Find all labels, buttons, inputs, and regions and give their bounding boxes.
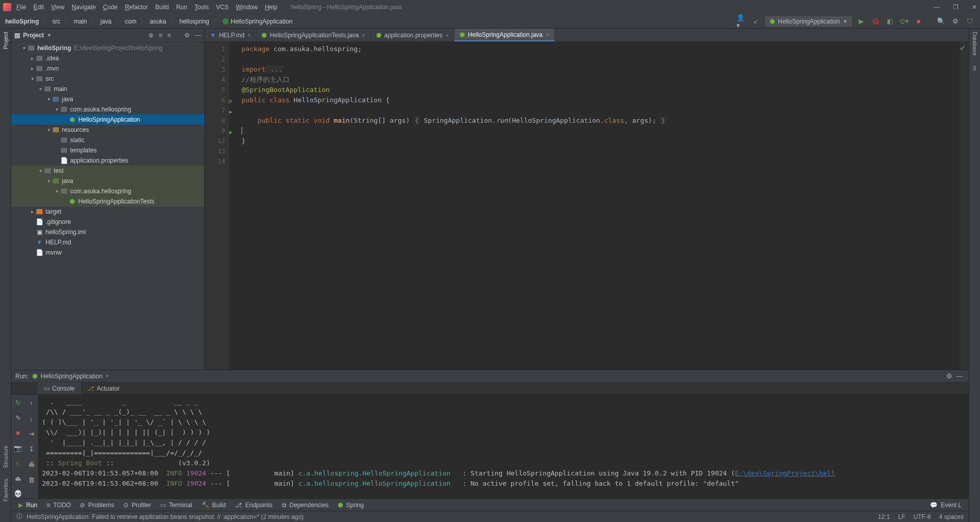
- tree-appprop[interactable]: 📄application.properties: [11, 155, 204, 166]
- tab-tests-java[interactable]: ⬢HelloSpringApplicationTests.java×: [256, 29, 371, 41]
- gear-icon[interactable]: ⚙: [944, 371, 954, 381]
- hide-icon[interactable]: —: [954, 371, 965, 381]
- bottom-tab-problems[interactable]: ⊘Problems: [80, 502, 114, 509]
- crumb-hellospring[interactable]: hellospring: [180, 18, 209, 25]
- scroll-end-icon[interactable]: ↧: [26, 444, 36, 454]
- bottom-tab-build[interactable]: 🔨Build: [202, 502, 226, 509]
- run-configuration-select[interactable]: ⬢ HelloSpringApplication ▼: [765, 16, 852, 27]
- hide-icon[interactable]: —: [195, 32, 201, 39]
- bottom-tab-todo[interactable]: ≡TODO: [47, 502, 71, 509]
- search-icon[interactable]: 🔍: [936, 16, 946, 27]
- collapse-all-icon[interactable]: ≡: [167, 32, 171, 39]
- menu-window[interactable]: Window: [236, 4, 258, 11]
- menu-navigate[interactable]: Navigate: [72, 4, 96, 11]
- layout-icon[interactable]: ⎌: [13, 458, 23, 468]
- close-tab-icon[interactable]: ×: [446, 32, 449, 38]
- window-minimize-icon[interactable]: —: [933, 4, 940, 11]
- sidebar-tab-structure[interactable]: Structure: [3, 445, 9, 468]
- add-user-icon[interactable]: 👤▾: [736, 16, 747, 27]
- exit-icon[interactable]: ⏏: [13, 473, 23, 484]
- menu-file[interactable]: File: [16, 4, 26, 11]
- actuator-tab[interactable]: ⎇Actuator: [81, 382, 126, 394]
- settings-icon[interactable]: ⚙: [950, 16, 961, 27]
- expand-all-icon[interactable]: ≡: [159, 32, 162, 39]
- crumb-java[interactable]: java: [100, 18, 112, 25]
- camera-icon[interactable]: 📷: [13, 443, 23, 453]
- tree-mvn[interactable]: ▸.mvn: [11, 63, 204, 74]
- tree-helpmd[interactable]: ▼HELP.md: [11, 237, 204, 247]
- rerun-icon[interactable]: ↻: [13, 398, 23, 408]
- status-position[interactable]: 12:1: [878, 513, 890, 520]
- console-tab[interactable]: ▭Console: [38, 382, 81, 394]
- tree-tests-class[interactable]: ⬢HelloSpringApplicationTests: [11, 196, 204, 207]
- menu-build[interactable]: Build: [155, 4, 169, 11]
- tree-app-selected[interactable]: ⬢HelloSpringApplication: [11, 115, 204, 125]
- kill-icon[interactable]: 💀: [13, 488, 23, 498]
- project-tree[interactable]: ▾helloSpringE:\dev\SpringProject\helloSp…: [11, 42, 204, 370]
- console-output[interactable]: . ____ _ __ _ _ /\\ / ___'_ __ _ _(_)_ _…: [38, 395, 969, 498]
- close-tab-icon[interactable]: ×: [248, 32, 251, 38]
- stop-button[interactable]: ■: [13, 428, 23, 438]
- shield-icon[interactable]: 🛡: [965, 16, 975, 27]
- down-icon[interactable]: ↓: [26, 413, 36, 423]
- wrap-icon[interactable]: ⇥: [26, 428, 36, 439]
- bottom-tab-dependencies[interactable]: ⧉Dependencies: [282, 502, 329, 509]
- tree-static[interactable]: static: [11, 135, 204, 145]
- window-close-icon[interactable]: ✕: [972, 4, 977, 11]
- menu-run[interactable]: Run: [176, 4, 187, 11]
- tree-mvnw[interactable]: 📄mvnw: [11, 247, 204, 258]
- tree-resources[interactable]: ▾resources: [11, 125, 204, 135]
- tree-pkg[interactable]: ▾com.asuka.hellospring: [11, 104, 204, 115]
- tree-iml[interactable]: ▣helloSpring.iml: [11, 227, 204, 237]
- run-tool-config[interactable]: ⬢HelloSpringApplication: [32, 373, 102, 380]
- code-area[interactable]: package com.asuka.hellospring; import ..…: [229, 42, 960, 370]
- crumb-com[interactable]: com: [125, 18, 137, 25]
- locate-icon[interactable]: ⊕: [148, 32, 154, 39]
- menu-tools[interactable]: Tools: [194, 4, 209, 11]
- menu-view[interactable]: View: [51, 4, 64, 11]
- status-message[interactable]: HelloSpringApplication: Failed to retrie…: [27, 513, 878, 520]
- menu-refactor[interactable]: Refactor: [125, 4, 148, 11]
- project-view-select[interactable]: ▤ Project ▼: [14, 32, 52, 39]
- stop-button[interactable]: ■: [913, 16, 924, 27]
- bottom-tab-endpoints[interactable]: ⎇Endpoints: [235, 502, 272, 509]
- tree-src[interactable]: ▾src: [11, 74, 204, 84]
- edit-icon[interactable]: ✎: [13, 413, 23, 423]
- tab-app-properties[interactable]: ⬢application.properties×: [371, 29, 455, 41]
- up-icon[interactable]: ↑: [26, 398, 36, 408]
- crumb-root[interactable]: helloSpring: [5, 18, 39, 25]
- status-info-icon[interactable]: ⓘ: [16, 512, 23, 521]
- tree-target[interactable]: ▸target: [11, 207, 204, 217]
- tree-test[interactable]: ▾test: [11, 166, 204, 176]
- run-button[interactable]: ▶: [856, 16, 866, 27]
- crumb-main[interactable]: main: [74, 18, 87, 25]
- close-run-tab-icon[interactable]: ×: [105, 373, 109, 380]
- menu-vcs[interactable]: VCS: [216, 4, 229, 11]
- menu-edit[interactable]: Edit: [33, 4, 44, 11]
- inspection-ok-icon[interactable]: ✔: [960, 44, 966, 52]
- coverage-button[interactable]: ◧: [885, 16, 895, 27]
- editor-gutter[interactable]: 1 2 3 4 5 6⟳ 7▶ 8 9▶ 12 13 14: [205, 42, 229, 370]
- gear-icon[interactable]: ⚙: [184, 32, 190, 39]
- crumb-class[interactable]: HelloSpringApplication: [231, 18, 293, 25]
- trash-icon[interactable]: 🗑: [26, 474, 36, 485]
- status-indent[interactable]: 4 spaces: [939, 513, 964, 520]
- sidebar-tab-database[interactable]: Database: [972, 32, 978, 56]
- tree-idea[interactable]: ▸.idea: [11, 53, 204, 63]
- sidebar-tab-favorites[interactable]: Favorites: [3, 479, 9, 502]
- menu-code[interactable]: Code: [103, 4, 118, 11]
- tree-root[interactable]: ▾helloSpringE:\dev\SpringProject\helloSp…: [11, 43, 204, 53]
- close-tab-icon[interactable]: ×: [362, 32, 365, 38]
- close-tab-icon[interactable]: ×: [546, 32, 549, 38]
- window-maximize-icon[interactable]: ❐: [953, 4, 959, 11]
- crumb-asuka[interactable]: asuka: [150, 18, 166, 25]
- status-line-ending[interactable]: LF: [898, 513, 905, 520]
- update-icon[interactable]: ↙: [751, 16, 761, 27]
- print-icon[interactable]: 🖶: [26, 459, 36, 469]
- tree-main[interactable]: ▾main: [11, 84, 204, 94]
- bottom-tab-run[interactable]: ▶Run: [18, 502, 37, 509]
- tree-test-pkg[interactable]: ▾com.asuka.hellospring: [11, 186, 204, 196]
- profile-button[interactable]: ⊙▾: [899, 16, 909, 27]
- bottom-tab-spring[interactable]: ⬢Spring: [338, 502, 364, 509]
- sidebar-tab-project[interactable]: Project: [3, 32, 9, 49]
